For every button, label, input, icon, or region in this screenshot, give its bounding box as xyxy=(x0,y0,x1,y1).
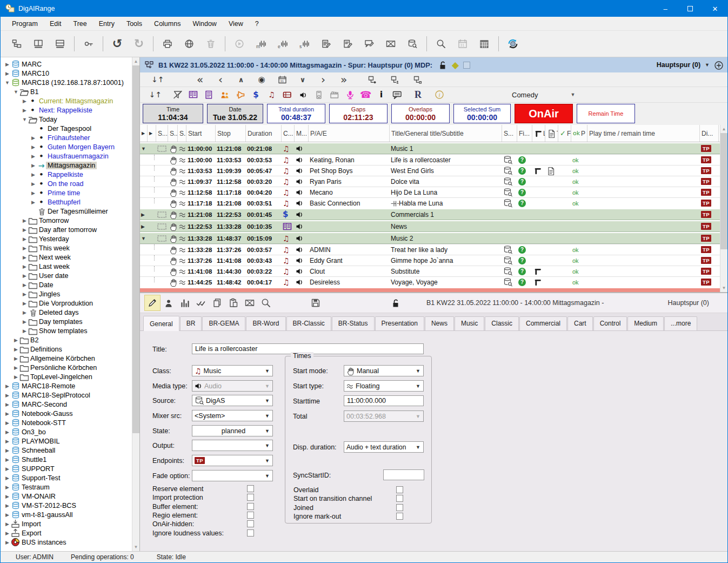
crossfade-editor-button[interactable] xyxy=(242,295,258,311)
tree-view-button[interactable] xyxy=(6,34,28,54)
tree-item-today[interactable]: ▼Today xyxy=(1,115,132,124)
trash-button[interactable] xyxy=(200,34,222,54)
mdp-checkbox[interactable] xyxy=(463,62,470,69)
playlist-row[interactable]: 11:44:2511:48:4200:04:17♫DesirelessVoyag… xyxy=(140,276,720,287)
tree-item-rappelkiste[interactable]: ▶•Rappelkiste xyxy=(1,170,132,179)
row-expander-icon[interactable]: ▶ xyxy=(141,212,145,217)
playlist-row[interactable]: 11:41:0811:44:3000:03:22♫CloutSubstitute… xyxy=(140,266,720,276)
tree-expander-icon[interactable]: ▶ xyxy=(4,420,11,426)
tree-item-die-vorproduktion[interactable]: ▶Die Vorproduktion xyxy=(1,299,132,308)
undo-button[interactable]: ↺ xyxy=(106,34,128,54)
tab-cart[interactable]: Cart xyxy=(567,316,593,330)
tab-brstatus[interactable]: BR-Status xyxy=(332,316,375,330)
tree-expander-icon[interactable]: ▶ xyxy=(21,301,28,306)
tree-scrollbar[interactable]: ▲▼ xyxy=(132,57,139,551)
tree-item-next--rappelkiste[interactable]: ▶•Next: Rappelkiste xyxy=(1,105,132,115)
insert-live-button[interactable] xyxy=(362,73,382,86)
search-button[interactable] xyxy=(430,34,452,54)
insert-box-button[interactable] xyxy=(407,73,428,86)
tab-br[interactable]: BR xyxy=(180,316,202,330)
tree-item-on3-bo[interactable]: ▶On3_bo xyxy=(1,427,132,436)
column-header-3[interactable]: S... xyxy=(168,125,178,142)
checkbox-start-on-transition-channel[interactable] xyxy=(396,495,403,502)
tab-brword[interactable]: BR-Word xyxy=(246,316,285,330)
tree-expander-icon[interactable]: ▶ xyxy=(30,190,37,196)
checkbox-ignore-loudness-values-[interactable] xyxy=(247,529,254,536)
cartwall-button[interactable] xyxy=(279,88,295,102)
paste-button[interactable] xyxy=(225,295,242,311)
tree-item-playmobil[interactable]: ▶PLAYMOBIL xyxy=(1,436,132,446)
print-button[interactable] xyxy=(157,34,178,54)
playlist-row[interactable]: ▶11:21:0811:22:5300:01:45$Commercials 1T… xyxy=(140,208,720,220)
tree-expander-icon[interactable]: ▼ xyxy=(21,117,28,122)
copy-button[interactable] xyxy=(209,295,225,311)
editor-lock-button[interactable] xyxy=(388,295,404,311)
endpoints-select[interactable]: TP▼ xyxy=(192,455,273,466)
tree-expander-icon[interactable]: ▶ xyxy=(4,475,11,481)
tree-item-marc-second[interactable]: ▶MARC-Second xyxy=(1,400,132,409)
play-circle-button[interactable] xyxy=(229,34,250,54)
rds-r-button[interactable]: R xyxy=(410,88,426,102)
crossfade-editor-button[interactable] xyxy=(380,34,402,54)
tree-expander-icon[interactable]: ▶ xyxy=(30,135,37,141)
sort-updown-button[interactable]: ↓↑ xyxy=(148,73,168,86)
menu-edit[interactable]: Edit xyxy=(44,18,68,30)
tab-general[interactable]: General xyxy=(143,316,179,331)
tree-expander-icon[interactable]: ▶ xyxy=(4,466,11,472)
statistics-button[interactable] xyxy=(177,295,193,311)
tree-item-support[interactable]: ▶SUPPORT xyxy=(1,464,132,473)
tree-expander-icon[interactable]: ▶ xyxy=(21,218,28,223)
db-query-button[interactable] xyxy=(402,34,423,54)
playlist-row[interactable]: 11:00:0011:03:5300:03:53♫Keating, RonanL… xyxy=(140,154,720,165)
tree-item-notebook-stt[interactable]: ▶Notebook-STT xyxy=(1,418,132,427)
tree-item-allgemeine-k-rbchen[interactable]: ▶Allgemeine Körbchen xyxy=(1,354,132,363)
playlist-row[interactable]: ▶11:22:5311:33:2800:10:35NewsTP xyxy=(140,220,720,232)
tree-item-vm-onair[interactable]: ▶VM-ONAIR xyxy=(1,492,132,501)
column-header-14[interactable]: L xyxy=(532,125,545,142)
sort-updown-button[interactable]: ↓↑ xyxy=(148,88,163,102)
calendar-31-button[interactable]: 31 xyxy=(452,34,473,54)
tree-expander-icon[interactable]: ▼ xyxy=(4,80,11,85)
waveform-m-button[interactable]: m xyxy=(250,34,272,54)
tree-expander-icon[interactable]: ▶ xyxy=(4,402,11,407)
tree-expander-icon[interactable]: ▶ xyxy=(30,181,37,187)
tree-expander-icon[interactable]: ▶ xyxy=(4,540,11,545)
output-select[interactable]: ▼ xyxy=(192,440,273,451)
column-header-1[interactable]: ▶ xyxy=(148,125,156,142)
edit-entry-button[interactable] xyxy=(315,34,337,54)
tree-expander-icon[interactable]: ▶ xyxy=(21,319,28,324)
tree-expander-icon[interactable]: ▶ xyxy=(4,393,11,398)
sync-start-id-field[interactable] xyxy=(383,469,424,480)
tree-item-schneeball[interactable]: ▶Schneeball xyxy=(1,446,132,455)
column-header-4[interactable]: S... xyxy=(178,125,186,142)
filter-off-button[interactable] xyxy=(170,88,185,102)
key-button[interactable] xyxy=(78,34,99,54)
split-horizontal-button[interactable] xyxy=(49,34,71,54)
edit-entry-alt-button[interactable] xyxy=(337,34,358,54)
expand-all-button[interactable]: ∨ xyxy=(292,73,313,86)
source-select[interactable]: DigAS▼ xyxy=(192,395,273,406)
tree-expander-icon[interactable]: ▶ xyxy=(4,531,11,536)
menu-help[interactable]: ? xyxy=(249,18,265,30)
tree-expander-icon[interactable]: ▶ xyxy=(4,448,11,453)
tree-expander-icon[interactable]: ▶ xyxy=(21,98,28,104)
tree-item-testraum[interactable]: ▶Testraum xyxy=(1,482,132,492)
search-button[interactable] xyxy=(258,295,274,311)
tree-item-support-test[interactable]: ▶Support-Test xyxy=(1,473,132,482)
skip-first-button[interactable]: « xyxy=(190,73,210,86)
row-expander-icon[interactable]: ▼ xyxy=(141,146,146,151)
tab-control[interactable]: Control xyxy=(593,316,627,330)
category-dropdown-arrow[interactable]: ▼ xyxy=(570,92,575,97)
playlist-scrollbar[interactable]: ▲▼ xyxy=(720,125,727,292)
promo-megaphone-button[interactable] xyxy=(232,88,248,102)
tab-medium[interactable]: Medium xyxy=(627,316,664,330)
playlist-row[interactable]: 11:12:5811:17:1800:04:20♫MecanoHijo De L… xyxy=(140,187,720,197)
tab-brclassic[interactable]: BR-Classic xyxy=(286,316,331,330)
column-header-18[interactable]: Play time / remain time xyxy=(587,125,700,142)
double-check-button[interactable] xyxy=(193,295,209,311)
column-header-11[interactable]: Title/General title/Subtitle xyxy=(390,125,502,142)
playlist-row[interactable]: 11:09:3711:12:5800:03:20♫Ryan ParisDolce… xyxy=(140,176,720,187)
checkbox-onair-hidden-[interactable] xyxy=(247,520,254,527)
tree-item-last-week[interactable]: ▶Last week xyxy=(1,262,132,271)
tree-expander-icon[interactable]: ▶ xyxy=(4,494,11,499)
